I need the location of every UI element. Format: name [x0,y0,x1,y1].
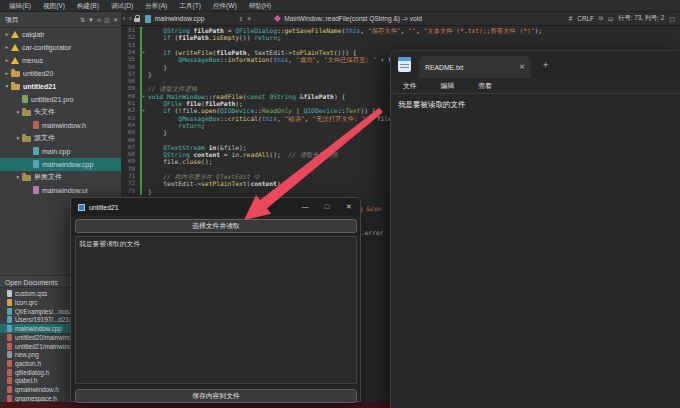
document-dropdown-icon[interactable]: ⇕ [237,16,246,22]
file-icon [7,377,12,384]
tree-item[interactable]: ▸calqlatr [0,28,124,41]
split-editor-icon[interactable]: ⊡ [608,15,613,22]
tree-item[interactable]: ▸car-configurator [0,41,124,54]
tree-item[interactable]: ▾头文件 [0,106,135,119]
folder-icon [11,84,20,90]
fold-marker-icon[interactable]: ▾ [142,93,145,100]
maximize-button[interactable]: □ [316,198,338,216]
save-content-button[interactable]: 保存内容到文件 [75,389,357,403]
open-document-label: qaction.h [15,360,41,367]
tree-item[interactable]: untitled21.pro [0,93,135,106]
open-document-label: qfiledialog.h [15,369,49,376]
open-document-label: mainwindow.cpp [15,325,62,332]
line-number: 52 [121,34,135,41]
tree-item-label: mainwindow.ui [42,187,88,194]
line-number: 60 [121,93,135,100]
notepad-text-area[interactable]: 我是要被读取的文件 [391,94,680,408]
menu-item[interactable]: 构建(B) [71,0,105,12]
tree-item[interactable]: ▾界面文件 [0,171,135,184]
notepad-menu-bar: 文件编辑查看 [391,78,680,94]
code-text: if (!file.open(QIODevice::ReadOnly | QIO… [148,107,376,114]
tree-item-label: menus [22,57,43,64]
code-text: return; [148,122,205,129]
line-number: 62 [121,107,135,114]
expander-icon[interactable]: ▾ [3,83,11,89]
dialog-text-edit[interactable]: 我是要被读取的文件 [75,236,357,384]
file-icon [22,95,28,103]
code-text: if (writeFile(filePath, textEdit->toPlai… [148,49,357,56]
menu-item[interactable]: 控件(W) [207,0,243,12]
tree-item[interactable]: ▸menus [0,54,124,67]
tree-item-label: untitled21.pro [31,96,73,103]
file-icon [7,299,12,306]
menu-item[interactable]: 帮助(H) [243,0,277,12]
line-number: 71 [121,173,135,180]
code-text: // 将内容显示在 QTextEdit 中 [148,173,260,180]
tab-close-icon[interactable]: ✕ [519,63,525,71]
tree-item-label: 源文件 [34,133,55,143]
tree-item[interactable]: ▾untitled21 [0,80,124,93]
line-number: 61 [121,100,135,107]
menu-item[interactable]: 工具(T) [173,0,207,12]
readme-tab-label: README.txt [425,64,463,71]
code-text: QString filePath = QFileDialog::getSaveF… [148,27,542,34]
open-document-label: custom.qss [15,290,47,297]
fold-marker-icon[interactable]: ▾ [142,107,145,114]
notepad-menu-item[interactable]: 编辑 [429,81,467,91]
readme-tab[interactable]: README.txt ✕ [419,56,531,78]
expander-icon[interactable]: ▸ [3,31,11,37]
file-icon [33,121,39,129]
open-file-tab[interactable]: mainwindow.cpp [155,15,205,22]
tree-item[interactable]: ▸untitled20 [0,67,124,80]
close-icon[interactable]: ✕ [113,16,118,24]
open-document-label: Users/19197/...d21/ [15,316,71,323]
menu-item[interactable]: 视图(V) [37,0,71,12]
split-icon[interactable]: ◫ [104,16,110,24]
tree-item-label: untitled20 [23,70,53,77]
editor-status-cluster: # CRLF ⧉ ⊡ 行号: 73, 列号: 2 ▢ [569,14,680,23]
forward-icon[interactable]: › [127,15,133,22]
open-document-label: qmainwindow.h [15,386,59,393]
notepad-menu-item[interactable]: 查看 [466,81,504,91]
expander-icon[interactable]: ▾ [14,174,22,180]
fold-marker-icon[interactable]: ▾ [142,49,145,56]
code-line: 51 QString filePath = QFileDialog::getSa… [121,27,680,34]
expander-icon[interactable]: ▸ [3,44,11,50]
line-number: 53 [121,42,135,49]
notepad-menu-item[interactable]: 文件 [391,81,429,91]
new-tab-icon[interactable]: + [543,60,548,70]
sync-icon[interactable]: ∞ [97,16,101,24]
symbol-diamond-icon [274,15,281,22]
menu-item[interactable]: 分析(A) [139,0,173,12]
menu-item[interactable]: 调试(D) [105,0,139,12]
filter-icon[interactable]: ▼ [88,16,94,24]
dialog-title-bar[interactable]: untitled21 — □ ✕ [71,198,360,216]
tree-item[interactable]: ▾源文件 [0,132,135,145]
close-button[interactable]: ✕ [338,198,360,216]
close-split-icon[interactable]: ▢ [669,15,675,22]
expander-icon[interactable]: ▾ [14,135,22,141]
close-document-icon[interactable]: × [245,15,253,22]
copy-icon[interactable]: ⧉ [599,15,603,22]
select-and-read-file-button[interactable]: 选择文件并读取 [75,219,357,233]
projects-panel-title[interactable]: 项目 [0,15,19,25]
code-text: QMessageBox::information(this, "成功", "文件… [148,56,426,63]
code-text: void MainWindow::readFile(const QString … [148,93,345,100]
code-text: } [148,188,152,195]
symbol-breadcrumb[interactable]: MainWindow::readFile(const QString &) ->… [284,15,422,22]
expander-icon[interactable]: ▾ [14,109,22,115]
expander-icon[interactable]: ▸ [3,70,11,76]
line-number: 57 [121,71,135,78]
line-ending-indicator[interactable]: CRLF [577,15,593,22]
projects-panel-header: 项目 ⇅▼∞◫✕ [0,12,121,28]
code-text: QTextStream in(&file); [148,144,247,151]
minimize-button[interactable]: — [294,198,316,216]
menu-item[interactable]: 编辑(E) [3,0,37,12]
code-text: file.close(); [148,158,212,165]
open-document-label: icon.qrc [15,299,37,306]
sort-icon[interactable]: ⇅ [80,16,85,24]
warning-icon [11,57,19,64]
expander-icon[interactable]: ▸ [3,57,11,63]
line-number: 54 [121,49,135,56]
line-number: 66 [121,137,135,144]
